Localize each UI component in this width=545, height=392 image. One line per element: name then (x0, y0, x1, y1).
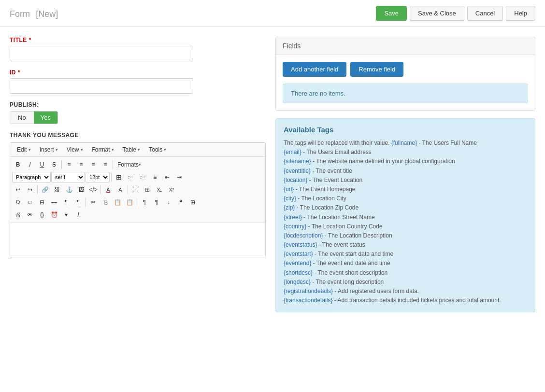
form-subtitle: [New] (36, 9, 58, 19)
header-buttons: Save Save & Close Cancel Help (376, 6, 535, 21)
tag-eventstart: {eventstart} (284, 251, 313, 257)
redo-button[interactable]: ↪ (24, 184, 36, 195)
omega-button[interactable]: Ω (12, 197, 24, 208)
paragraph-mark-button[interactable]: ¶ (60, 197, 72, 208)
indent-button[interactable]: ⇥ (173, 172, 185, 182)
font-size-select[interactable]: 12pt (86, 172, 110, 182)
form-title-text: Form (10, 9, 30, 19)
toolbar-row-1: B I U S ≡ ≡ ≡ ≡ Formats ▾ (12, 158, 263, 171)
rtl-button[interactable]: ¶ (151, 197, 162, 208)
cancel-button[interactable]: Cancel (467, 6, 503, 21)
align-right-button[interactable]: ≡ (87, 159, 99, 170)
tag-street: {street} (284, 214, 302, 221)
unlink-button[interactable]: ⛓ (51, 184, 63, 195)
paste-special-button[interactable]: 📋 (124, 197, 135, 208)
add-field-button[interactable]: Add another field (283, 62, 346, 77)
anchor-button[interactable]: ⚓ (63, 184, 75, 195)
tag-eventstatus: {eventstatus} (284, 241, 317, 248)
align-justify-button[interactable]: ≡ (100, 159, 111, 170)
menu-table[interactable]: Table ▾ (119, 145, 144, 154)
undo-button[interactable]: ↩ (12, 184, 24, 195)
remove-field-button[interactable]: Remove field (350, 62, 403, 77)
toolbar-sep-4 (37, 185, 38, 194)
no-items-message: There are no items. (283, 84, 528, 103)
publish-yes-button[interactable]: Yes (34, 112, 57, 124)
link-button[interactable]: 🔗 (39, 184, 51, 195)
italic-button[interactable]: I (24, 159, 36, 170)
align-center-button[interactable]: ≡ (75, 159, 87, 170)
tags-panel: Available Tags The tags will be replaced… (275, 118, 535, 312)
menu-format[interactable]: Format ▾ (88, 145, 118, 154)
clear-format-button[interactable]: I (72, 210, 84, 220)
underline-button[interactable]: U (36, 159, 48, 170)
tag-zip: {zip} (284, 204, 295, 211)
code-button[interactable]: </> (87, 184, 99, 195)
menu-tools[interactable]: Tools ▾ (145, 145, 170, 154)
tag-url: {url} (284, 186, 294, 193)
dropdown-button[interactable]: ▾ (60, 210, 72, 220)
save-close-button[interactable]: Save & Close (410, 6, 464, 21)
left-panel: TITLE * ID * PUBLISH: No Yes THANK YOU M… (10, 37, 266, 312)
print-button[interactable]: 🖨 (12, 210, 24, 220)
download-button[interactable]: ↓ (163, 197, 174, 208)
font-color-button[interactable]: A (102, 184, 114, 195)
outdent-button[interactable]: ⇤ (161, 172, 173, 182)
hr-button[interactable]: — (48, 197, 60, 208)
save-button[interactable]: Save (376, 6, 407, 21)
main-content: TITLE * ID * PUBLISH: No Yes THANK YOU M… (0, 27, 545, 322)
fullscreen-button[interactable]: ⛶ (129, 184, 141, 195)
toolbar-sep-2 (113, 160, 113, 169)
help-button[interactable]: Help (506, 6, 535, 21)
bold-button[interactable]: B (12, 159, 24, 170)
list-style-button[interactable]: ≡ (149, 172, 161, 182)
preview-button[interactable]: 👁 (24, 210, 36, 220)
font-select[interactable]: serif (51, 172, 85, 182)
ltr-button[interactable]: ¶ (72, 197, 84, 208)
toolbar-row-2: Paragraph serif 12pt ⊞ ≔ ≔ ≡ ⇤ (12, 171, 263, 183)
toolbar-sep-6 (128, 185, 128, 194)
highlight-color-button[interactable]: A (115, 184, 126, 195)
editor-toolbar: B I U S ≡ ≡ ≡ ≡ Formats ▾ (10, 157, 265, 223)
menu-edit[interactable]: Edit ▾ (13, 145, 35, 154)
special-char-button[interactable]: ⊞ (113, 172, 125, 182)
ltr2-button[interactable]: ¶ (139, 197, 150, 208)
tags-fullname-desc: - The Users Full Name (417, 140, 477, 146)
fields-buttons: Add another field Remove field (283, 62, 528, 77)
menu-insert[interactable]: Insert ▾ (36, 145, 62, 154)
align-left-button[interactable]: ≡ (63, 159, 75, 170)
tags-intro: The tags will be replaced with their val… (284, 140, 391, 146)
tag-city: {city} (284, 195, 296, 202)
timer-button[interactable]: ⏰ (48, 210, 60, 220)
formats-button[interactable]: Formats ▾ (115, 159, 144, 170)
subscript-button[interactable]: X₂ (154, 184, 165, 195)
media-button[interactable]: ⊟ (36, 197, 48, 208)
list-unordered-button[interactable]: ≔ (125, 172, 137, 182)
tag-eventend: {eventend} (284, 260, 311, 266)
table-insert-button[interactable]: ⊞ (142, 184, 153, 195)
title-input[interactable] (10, 46, 193, 61)
superscript-button[interactable]: X² (166, 184, 177, 195)
emoji-button[interactable]: ☺ (24, 197, 36, 208)
cut-button[interactable]: ✂ (87, 197, 99, 208)
tag-longdesc: {longdesc} (284, 279, 311, 285)
accordion-button[interactable]: ⊞ (187, 197, 199, 208)
toolbar-row-4: Ω ☺ ⊟ — ¶ ¶ ✂ ⎘ 📋 📋 ¶ ¶ ↓ (12, 196, 263, 209)
publish-no-button[interactable]: No (10, 112, 34, 124)
paste-button[interactable]: 📋 (112, 197, 123, 208)
list-ordered-button[interactable]: ≔ (137, 172, 149, 182)
image-button[interactable]: 🖼 (75, 184, 87, 195)
toolbar-sep-7 (86, 198, 86, 207)
toolbar-sep-1 (61, 160, 62, 169)
paragraph-select[interactable]: Paragraph (12, 172, 51, 182)
copy-button[interactable]: ⎘ (100, 197, 111, 208)
page-title: Form [New] (10, 7, 58, 20)
strikethrough-button[interactable]: S (48, 159, 60, 170)
menu-view[interactable]: View ▾ (63, 145, 87, 154)
source-button[interactable]: {} (36, 210, 48, 220)
editor-body[interactable] (10, 223, 265, 257)
fields-panel-body: Add another field Remove field There are… (276, 55, 535, 110)
blockquote-button[interactable]: ❝ (175, 197, 186, 208)
id-input[interactable] (10, 78, 193, 94)
fields-panel: Fields Add another field Remove field Th… (275, 37, 535, 111)
toolbar-row-5: 🖨 👁 {} ⏰ ▾ I (12, 209, 263, 221)
